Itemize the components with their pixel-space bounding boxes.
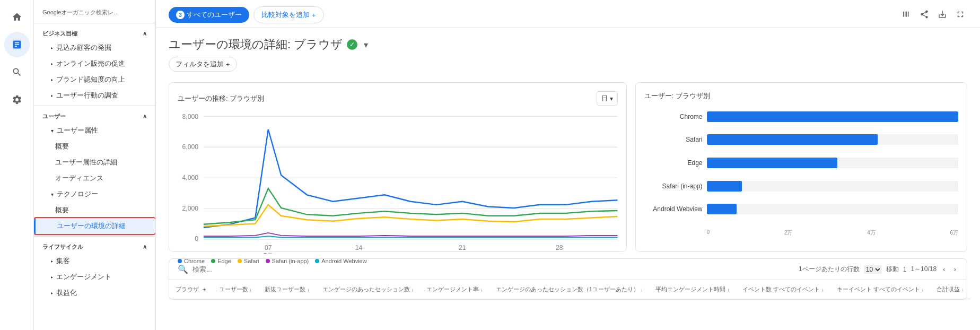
sidebar: Googleオーガニック検索レ... ビジネス目標 ∧ ▸ 見込み顧客の発掘 ▸… xyxy=(34,0,156,330)
svg-text:7月: 7月 xyxy=(263,252,273,254)
svg-text:2,000: 2,000 xyxy=(182,205,199,212)
col-new-users: 新規ユーザー数 ↓ xyxy=(258,280,316,299)
search-input[interactable] xyxy=(192,265,794,273)
bar-row-safari-inapp: Safari (in-app) xyxy=(644,181,959,192)
title-badge: ✓ xyxy=(347,39,357,50)
content-area: ユーザーの推移: ブラウザ別 日 ▾ 8,000 6,000 4,000 2,0… xyxy=(156,76,980,330)
business-goals-section[interactable]: ビジネス目標 ∧ xyxy=(34,25,155,40)
col-engagement-rate: エンゲージメント率 ↓ xyxy=(420,280,489,299)
col-revenue-sort: ↓ xyxy=(961,287,964,292)
topbar-right xyxy=(899,7,967,23)
settings-nav-icon[interactable] xyxy=(4,87,30,112)
line-chart-area: 8,000 6,000 4,000 2,000 0 07 14 xyxy=(178,110,618,254)
bar-fill-safari-inapp xyxy=(707,181,742,192)
col-users: ユーザー数 ↓ xyxy=(213,280,259,299)
bar-fill-chrome xyxy=(707,111,959,122)
col-new-users-sort: ↓ xyxy=(307,287,310,292)
sidebar-item-technology[interactable]: ▾ テクノロジー xyxy=(34,186,155,202)
svg-text:4,000: 4,000 xyxy=(182,174,199,181)
next-page-button[interactable]: › xyxy=(952,263,958,275)
table-toolbar: 🔍 1ページあたりの行数 10 25 50 移動 1 1～10/18 ‹ › xyxy=(169,259,967,280)
sidebar-item-user-attr-detail[interactable]: ユーザー属性の詳細 xyxy=(34,154,155,170)
prev-page-button[interactable]: ‹ xyxy=(941,263,947,275)
sidebar-item-sales[interactable]: ▸ オンライン販売の促進 xyxy=(34,56,155,72)
user-chevron: ∧ xyxy=(143,113,147,120)
sidebar-item-leads[interactable]: ▸ 見込み顧客の発掘 xyxy=(34,40,155,56)
col-engagement-rate-sort: ↓ xyxy=(480,287,483,292)
bar-row-android-webview: Android Webview xyxy=(644,204,959,214)
bar-fill-android-webview xyxy=(707,204,737,214)
col-browser: ブラウザ + xyxy=(169,280,213,299)
sidebar-item-brand[interactable]: ▸ ブランド認知度の向上 xyxy=(34,72,155,88)
svg-text:0: 0 xyxy=(195,235,198,242)
business-goals-chevron: ∧ xyxy=(143,30,147,37)
col-events-sort: ↓ xyxy=(821,287,824,292)
share-button[interactable] xyxy=(917,7,931,23)
bar-chart-container: ユーザー: ブラウザ別 Chrome Safari xyxy=(635,82,968,252)
col-avg-engagement: 平均エンゲージメント時間 ↓ xyxy=(649,280,736,299)
sidebar-item-acquisition[interactable]: ▸ 集客 xyxy=(34,253,155,269)
bar-fill-safari xyxy=(707,134,878,145)
main-content: 3 すべてのユーザー 比較対象を追加 + ユーザーの環境の詳細: ブラウザ xyxy=(156,0,980,330)
rows-per-page-select[interactable]: 10 25 50 xyxy=(864,265,882,274)
page-header: ユーザーの環境の詳細: ブラウザ ✓ ▾ フィルタを追加 + xyxy=(156,28,980,76)
lifecycle-section[interactable]: ライフサイクル ∧ xyxy=(34,239,155,253)
analytics-nav-icon[interactable] xyxy=(4,32,30,57)
bar-track-android-webview xyxy=(707,204,959,214)
icon-bar xyxy=(0,0,34,330)
sidebar-item-engagement[interactable]: ▸ エンゲージメント xyxy=(34,269,155,285)
col-sessions-per-user: エンゲージのあったセッション数（1ユーザーあたり） ↓ xyxy=(489,280,650,299)
compare-button[interactable]: 比較対象を追加 + xyxy=(253,6,324,23)
search-icon: 🔍 xyxy=(178,264,188,274)
search-nav-icon[interactable] xyxy=(4,59,30,85)
sidebar-item-overview[interactable]: 概要 xyxy=(34,138,155,154)
bar-track-safari xyxy=(707,134,959,145)
compare-plus-icon: + xyxy=(312,11,316,19)
fullscreen-button[interactable] xyxy=(953,7,967,23)
col-key-events: キーイベント すべてのイベント ↓ xyxy=(830,280,931,299)
col-key-events-sort: ↓ xyxy=(922,287,924,292)
bar-axis: 0 2万 4万 6万 xyxy=(644,229,959,237)
sidebar-top-label: Googleオーガニック検索レ... xyxy=(34,4,155,21)
period-dropdown-icon: ▾ xyxy=(610,95,613,102)
bar-label-edge: Edge xyxy=(644,159,703,167)
sidebar-item-tech-overview[interactable]: 概要 xyxy=(34,202,155,218)
lifecycle-chevron: ∧ xyxy=(143,244,147,250)
bar-track-edge xyxy=(707,158,959,168)
home-nav-icon[interactable] xyxy=(4,4,30,30)
bar-label-chrome: Chrome xyxy=(644,113,703,120)
svg-text:28: 28 xyxy=(556,244,563,251)
bar-chart-area: Chrome Safari Edge xyxy=(644,105,959,243)
user-section[interactable]: ユーザー ∧ xyxy=(34,108,155,123)
filter-plus-icon: + xyxy=(226,60,230,68)
move-value: 1 xyxy=(903,266,907,273)
col-engaged-sessions: エンゲージのあったセッション数 ↓ xyxy=(316,280,421,299)
filter-button[interactable]: フィルタを追加 + xyxy=(169,57,237,72)
sidebar-item-env-detail[interactable]: ユーザーの環境の詳細 xyxy=(34,218,155,234)
sidebar-item-monetization[interactable]: ▸ 収益化 xyxy=(34,285,155,301)
sidebar-item-user-attr[interactable]: ▾ ユーザー属性 xyxy=(34,123,155,138)
table-section: 🔍 1ページあたりの行数 10 25 50 移動 1 1～10/18 ‹ › xyxy=(169,258,967,300)
range-label: 1～10/18 xyxy=(911,265,937,274)
period-selector[interactable]: 日 ▾ xyxy=(597,91,618,106)
title-dropdown-button[interactable]: ▾ xyxy=(362,38,370,52)
topbar: 3 すべてのユーザー 比較対象を追加 + xyxy=(156,0,980,28)
col-browser-add-icon[interactable]: + xyxy=(203,286,206,292)
sidebar-item-behavior[interactable]: ▸ ユーザー行動の調査 xyxy=(34,88,155,103)
bar-row-edge: Edge xyxy=(644,158,959,168)
columns-button[interactable] xyxy=(899,7,913,23)
line-chart-container: ユーザーの推移: ブラウザ別 日 ▾ 8,000 6,000 4,000 2,0… xyxy=(169,82,627,252)
bar-label-safari-inapp: Safari (in-app) xyxy=(644,183,703,190)
data-table: ブラウザ + ユーザー数 ↓ 新規ユーザー数 ↓ エンゲージのあったセッショ xyxy=(169,280,970,299)
svg-text:6,000: 6,000 xyxy=(182,143,199,151)
segment-button[interactable]: 3 すべてのユーザー xyxy=(169,7,249,23)
col-sessions-per-user-sort: ↓ xyxy=(641,287,643,292)
bar-label-android-webview: Android Webview xyxy=(644,205,703,213)
col-engaged-sort: ↓ xyxy=(412,287,414,292)
svg-text:8,000: 8,000 xyxy=(182,113,199,120)
svg-text:07: 07 xyxy=(265,244,272,251)
svg-text:21: 21 xyxy=(459,244,466,251)
col-revenue: 合計収益 ↓ xyxy=(930,280,970,299)
sidebar-item-audience[interactable]: オーディエンス xyxy=(34,170,155,186)
export-button[interactable] xyxy=(935,7,949,23)
